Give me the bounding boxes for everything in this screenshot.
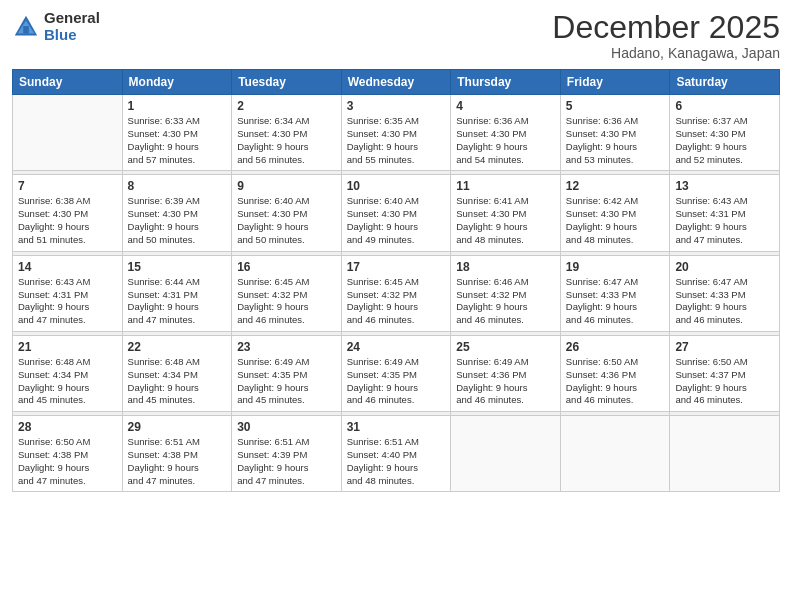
- day-info: Sunrise: 6:50 AMSunset: 4:38 PMDaylight:…: [18, 436, 117, 487]
- day-info: Sunrise: 6:49 AMSunset: 4:36 PMDaylight:…: [456, 356, 555, 407]
- calendar-cell: 28Sunrise: 6:50 AMSunset: 4:38 PMDayligh…: [13, 416, 123, 492]
- day-number: 14: [18, 260, 117, 274]
- day-number: 20: [675, 260, 774, 274]
- logo-text: General Blue: [44, 10, 100, 43]
- day-number: 30: [237, 420, 336, 434]
- day-number: 11: [456, 179, 555, 193]
- page-container: General Blue December 2025 Hadano, Kanag…: [0, 0, 792, 612]
- month-title: December 2025: [552, 10, 780, 45]
- calendar-cell: 10Sunrise: 6:40 AMSunset: 4:30 PMDayligh…: [341, 175, 451, 251]
- calendar-cell: 19Sunrise: 6:47 AMSunset: 4:33 PMDayligh…: [560, 255, 670, 331]
- day-info: Sunrise: 6:33 AMSunset: 4:30 PMDaylight:…: [128, 115, 227, 166]
- day-number: 5: [566, 99, 665, 113]
- calendar-cell: 23Sunrise: 6:49 AMSunset: 4:35 PMDayligh…: [232, 335, 342, 411]
- calendar-cell: [560, 416, 670, 492]
- day-number: 3: [347, 99, 446, 113]
- day-number: 1: [128, 99, 227, 113]
- day-info: Sunrise: 6:45 AMSunset: 4:32 PMDaylight:…: [347, 276, 446, 327]
- calendar-cell: 18Sunrise: 6:46 AMSunset: 4:32 PMDayligh…: [451, 255, 561, 331]
- day-info: Sunrise: 6:44 AMSunset: 4:31 PMDaylight:…: [128, 276, 227, 327]
- day-number: 8: [128, 179, 227, 193]
- day-number: 4: [456, 99, 555, 113]
- logo-icon: [12, 13, 40, 41]
- week-row-4: 21Sunrise: 6:48 AMSunset: 4:34 PMDayligh…: [13, 335, 780, 411]
- day-info: Sunrise: 6:51 AMSunset: 4:39 PMDaylight:…: [237, 436, 336, 487]
- day-number: 26: [566, 340, 665, 354]
- calendar-cell: 24Sunrise: 6:49 AMSunset: 4:35 PMDayligh…: [341, 335, 451, 411]
- day-info: Sunrise: 6:38 AMSunset: 4:30 PMDaylight:…: [18, 195, 117, 246]
- day-number: 6: [675, 99, 774, 113]
- day-number: 18: [456, 260, 555, 274]
- calendar-cell: 3Sunrise: 6:35 AMSunset: 4:30 PMDaylight…: [341, 95, 451, 171]
- day-number: 15: [128, 260, 227, 274]
- day-number: 22: [128, 340, 227, 354]
- day-info: Sunrise: 6:39 AMSunset: 4:30 PMDaylight:…: [128, 195, 227, 246]
- day-info: Sunrise: 6:37 AMSunset: 4:30 PMDaylight:…: [675, 115, 774, 166]
- day-number: 12: [566, 179, 665, 193]
- calendar-cell: 2Sunrise: 6:34 AMSunset: 4:30 PMDaylight…: [232, 95, 342, 171]
- day-header-row: SundayMondayTuesdayWednesdayThursdayFrid…: [13, 70, 780, 95]
- week-row-1: 1Sunrise: 6:33 AMSunset: 4:30 PMDaylight…: [13, 95, 780, 171]
- day-header-sunday: Sunday: [13, 70, 123, 95]
- day-number: 23: [237, 340, 336, 354]
- day-info: Sunrise: 6:49 AMSunset: 4:35 PMDaylight:…: [237, 356, 336, 407]
- calendar-cell: 1Sunrise: 6:33 AMSunset: 4:30 PMDaylight…: [122, 95, 232, 171]
- logo: General Blue: [12, 10, 100, 43]
- day-header-monday: Monday: [122, 70, 232, 95]
- day-number: 16: [237, 260, 336, 274]
- day-number: 2: [237, 99, 336, 113]
- calendar-cell: 16Sunrise: 6:45 AMSunset: 4:32 PMDayligh…: [232, 255, 342, 331]
- day-number: 10: [347, 179, 446, 193]
- logo-blue-text: Blue: [44, 27, 100, 44]
- day-info: Sunrise: 6:43 AMSunset: 4:31 PMDaylight:…: [675, 195, 774, 246]
- title-block: December 2025 Hadano, Kanagawa, Japan: [552, 10, 780, 61]
- day-info: Sunrise: 6:49 AMSunset: 4:35 PMDaylight:…: [347, 356, 446, 407]
- calendar-cell: 5Sunrise: 6:36 AMSunset: 4:30 PMDaylight…: [560, 95, 670, 171]
- week-row-2: 7Sunrise: 6:38 AMSunset: 4:30 PMDaylight…: [13, 175, 780, 251]
- week-row-3: 14Sunrise: 6:43 AMSunset: 4:31 PMDayligh…: [13, 255, 780, 331]
- day-number: 13: [675, 179, 774, 193]
- calendar-cell: 29Sunrise: 6:51 AMSunset: 4:38 PMDayligh…: [122, 416, 232, 492]
- calendar-cell: 9Sunrise: 6:40 AMSunset: 4:30 PMDaylight…: [232, 175, 342, 251]
- calendar-cell: 4Sunrise: 6:36 AMSunset: 4:30 PMDaylight…: [451, 95, 561, 171]
- calendar-cell: 7Sunrise: 6:38 AMSunset: 4:30 PMDaylight…: [13, 175, 123, 251]
- day-info: Sunrise: 6:35 AMSunset: 4:30 PMDaylight:…: [347, 115, 446, 166]
- day-number: 24: [347, 340, 446, 354]
- calendar-cell: 21Sunrise: 6:48 AMSunset: 4:34 PMDayligh…: [13, 335, 123, 411]
- calendar-cell: 6Sunrise: 6:37 AMSunset: 4:30 PMDaylight…: [670, 95, 780, 171]
- calendar-cell: [670, 416, 780, 492]
- calendar-cell: 12Sunrise: 6:42 AMSunset: 4:30 PMDayligh…: [560, 175, 670, 251]
- day-header-wednesday: Wednesday: [341, 70, 451, 95]
- day-info: Sunrise: 6:48 AMSunset: 4:34 PMDaylight:…: [128, 356, 227, 407]
- calendar-table: SundayMondayTuesdayWednesdayThursdayFrid…: [12, 69, 780, 492]
- header: General Blue December 2025 Hadano, Kanag…: [12, 10, 780, 61]
- day-number: 7: [18, 179, 117, 193]
- day-header-saturday: Saturday: [670, 70, 780, 95]
- calendar-cell: 13Sunrise: 6:43 AMSunset: 4:31 PMDayligh…: [670, 175, 780, 251]
- location-subtitle: Hadano, Kanagawa, Japan: [552, 45, 780, 61]
- day-number: 31: [347, 420, 446, 434]
- logo-general-text: General: [44, 10, 100, 27]
- week-row-5: 28Sunrise: 6:50 AMSunset: 4:38 PMDayligh…: [13, 416, 780, 492]
- day-info: Sunrise: 6:50 AMSunset: 4:36 PMDaylight:…: [566, 356, 665, 407]
- calendar-cell: 11Sunrise: 6:41 AMSunset: 4:30 PMDayligh…: [451, 175, 561, 251]
- calendar-cell: 20Sunrise: 6:47 AMSunset: 4:33 PMDayligh…: [670, 255, 780, 331]
- day-info: Sunrise: 6:48 AMSunset: 4:34 PMDaylight:…: [18, 356, 117, 407]
- day-info: Sunrise: 6:47 AMSunset: 4:33 PMDaylight:…: [675, 276, 774, 327]
- calendar-cell: 27Sunrise: 6:50 AMSunset: 4:37 PMDayligh…: [670, 335, 780, 411]
- calendar-cell: [13, 95, 123, 171]
- day-info: Sunrise: 6:34 AMSunset: 4:30 PMDaylight:…: [237, 115, 336, 166]
- calendar-cell: 8Sunrise: 6:39 AMSunset: 4:30 PMDaylight…: [122, 175, 232, 251]
- day-info: Sunrise: 6:43 AMSunset: 4:31 PMDaylight:…: [18, 276, 117, 327]
- day-info: Sunrise: 6:40 AMSunset: 4:30 PMDaylight:…: [237, 195, 336, 246]
- calendar-cell: 22Sunrise: 6:48 AMSunset: 4:34 PMDayligh…: [122, 335, 232, 411]
- day-number: 27: [675, 340, 774, 354]
- day-info: Sunrise: 6:45 AMSunset: 4:32 PMDaylight:…: [237, 276, 336, 327]
- day-info: Sunrise: 6:40 AMSunset: 4:30 PMDaylight:…: [347, 195, 446, 246]
- day-info: Sunrise: 6:47 AMSunset: 4:33 PMDaylight:…: [566, 276, 665, 327]
- day-info: Sunrise: 6:36 AMSunset: 4:30 PMDaylight:…: [566, 115, 665, 166]
- calendar-cell: 17Sunrise: 6:45 AMSunset: 4:32 PMDayligh…: [341, 255, 451, 331]
- calendar-cell: 25Sunrise: 6:49 AMSunset: 4:36 PMDayligh…: [451, 335, 561, 411]
- day-header-tuesday: Tuesday: [232, 70, 342, 95]
- calendar-cell: [451, 416, 561, 492]
